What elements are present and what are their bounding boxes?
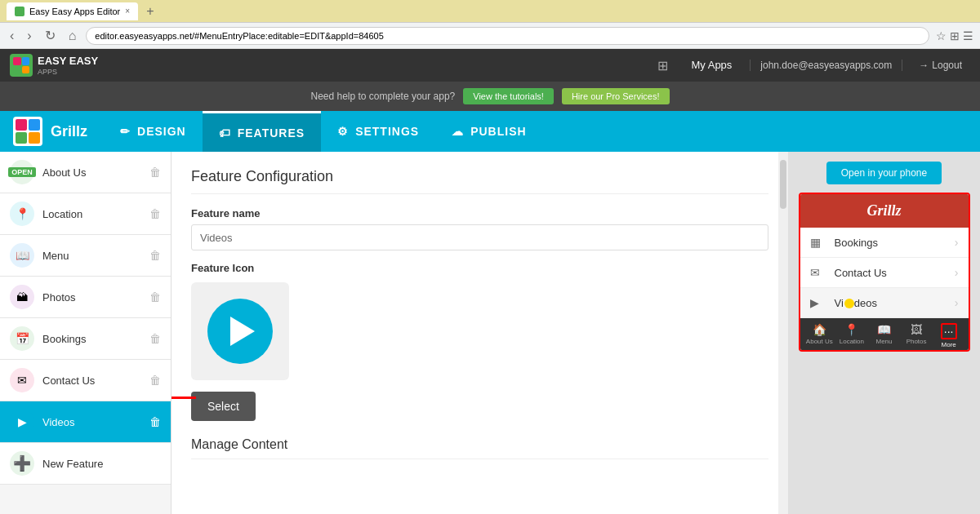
phone-preview: Grillz ▦ Bookings › ✉ Contact Us › ▶ Vid…	[799, 193, 970, 352]
location-icon: 📍	[10, 202, 34, 226]
phone-app-name: Grillz	[808, 202, 960, 219]
tutorials-btn[interactable]: View the tutorials!	[463, 88, 554, 104]
sidebar-item-bookings[interactable]: 📅 Bookings 🗑	[0, 318, 171, 360]
sidebar-delete-menu[interactable]: 🗑	[149, 249, 161, 262]
tab-favicon	[15, 7, 24, 16]
sidebar-item-videos[interactable]: ▶ Videos 🗑	[0, 401, 171, 443]
logo-sub-text: APPS	[38, 68, 98, 76]
sidebar-label-new-feature: New Feature	[42, 458, 161, 470]
open-badge: OPEN	[8, 167, 36, 177]
icon-cell-1	[16, 119, 27, 131]
videos-icon-glyph: ▶	[18, 415, 27, 428]
bottom-bar-about-us[interactable]: 🏠 About Us	[804, 323, 836, 348]
bookings-list-icon: ▦	[810, 236, 826, 249]
phone-menu-item-contact-us[interactable]: ✉ Contact Us ›	[800, 258, 969, 288]
phone-app-header: Grillz	[800, 194, 969, 228]
scrollbar-thumb[interactable]	[780, 160, 786, 209]
sidebar-delete-photos[interactable]: 🗑	[149, 290, 161, 304]
my-apps-btn[interactable]: My Apps	[681, 55, 742, 76]
help-bar: Need help to complete your app? View the…	[0, 82, 980, 111]
app-name-section: Grillz	[13, 117, 87, 146]
sidebar-item-photos[interactable]: 🏔 Photos 🗑	[0, 277, 171, 318]
sidebar-delete-bookings[interactable]: 🗑	[149, 332, 161, 345]
features-label: FEATURES	[238, 126, 305, 140]
bottom-menu-label: Menu	[875, 338, 892, 345]
sidebar-label-bookings: Bookings	[42, 333, 141, 345]
bottom-bar-menu[interactable]: 📖 Menu	[868, 323, 901, 348]
publish-icon: ☁	[452, 125, 464, 138]
browser-actions: ☆ ⊞ ☰	[936, 29, 973, 42]
feature-name-input[interactable]	[191, 224, 768, 250]
contact-icon-glyph: ✉	[17, 374, 27, 387]
preview-panel: Open in your phone Grillz ▦ Bookings › ✉…	[788, 152, 980, 514]
publish-label: PUBLISH	[470, 125, 526, 138]
pro-services-btn[interactable]: Hire our Pro Services!	[562, 88, 670, 104]
user-email: john.doe@easyeasyapps.com	[750, 60, 902, 71]
tab-design[interactable]: ✏ DESIGN	[104, 111, 203, 152]
icon-cell-2	[29, 119, 40, 131]
more-highlight: ···	[941, 323, 957, 339]
app-logo: EASY EASY APPS	[10, 54, 98, 77]
sidebar-delete-about-us[interactable]: 🗑	[149, 166, 161, 179]
phone-menu-item-bookings[interactable]: ▦ Bookings ›	[800, 228, 969, 258]
reload-btn[interactable]: ↻	[42, 26, 59, 45]
tab-features[interactable]: 🏷 FEATURES	[203, 111, 321, 152]
sidebar-label-menu: Menu	[42, 250, 141, 262]
tab-title: Easy Easy Apps Editor	[29, 7, 120, 16]
sidebar-item-about-us[interactable]: OPEN About Us 🗑	[0, 152, 171, 193]
logout-btn[interactable]: → Logout	[911, 60, 970, 71]
content-area: Feature Configuration Feature name Featu…	[172, 152, 788, 514]
phone-bottom-bar: 🏠 About Us 📍 Location 📖 Menu 🖼 Photos	[800, 318, 969, 350]
sidebar-item-menu[interactable]: 📖 Menu 🗑	[0, 235, 171, 277]
photos-icon: 🏔	[10, 285, 34, 309]
sidebar-item-location[interactable]: 📍 Location 🗑	[0, 193, 171, 235]
bottom-menu-icon: 📖	[877, 323, 891, 336]
bottom-about-label: About Us	[806, 338, 833, 345]
play-icon-circle	[207, 299, 273, 364]
sidebar-delete-contact-us[interactable]: 🗑	[149, 374, 161, 387]
tab-settings[interactable]: ⚙ SETTINGS	[321, 111, 435, 152]
feature-icon-preview	[191, 282, 289, 380]
about-us-icon: OPEN	[10, 160, 34, 184]
extensions-btn[interactable]: ⊞	[950, 29, 960, 42]
back-btn[interactable]: ‹	[7, 27, 17, 45]
address-bar-row: ‹ › ↻ ⌂ ☆ ⊞ ☰	[0, 23, 980, 49]
bottom-bar-more[interactable]: ··· More	[933, 323, 965, 348]
select-icon-btn[interactable]: Select	[191, 392, 256, 421]
grid-icon[interactable]: ⊞	[657, 58, 668, 73]
address-input[interactable]	[86, 27, 929, 45]
bottom-more-label: More	[942, 341, 956, 348]
sidebar-item-contact-us[interactable]: ✉ Contact Us 🗑	[0, 360, 171, 401]
sidebar-label-location: Location	[42, 208, 141, 220]
tab-close-btn[interactable]: ×	[125, 7, 130, 16]
logo-text-block: EASY EASY APPS	[38, 55, 98, 76]
browser-menu-btn[interactable]: ☰	[963, 29, 973, 42]
icon-cell-3	[16, 132, 27, 144]
open-in-phone-btn[interactable]: Open in your phone	[826, 162, 942, 184]
logo-icon	[10, 54, 33, 77]
bottom-bar-location[interactable]: 📍 Location	[835, 323, 868, 348]
sidebar-delete-location[interactable]: 🗑	[149, 207, 161, 220]
forward-btn[interactable]: ›	[24, 27, 34, 45]
sidebar-delete-videos[interactable]: 🗑	[149, 415, 161, 428]
scrollbar-track[interactable]	[778, 152, 788, 514]
manage-content-title: Manage Content	[191, 437, 768, 459]
feature-name-label: Feature name	[191, 207, 768, 219]
design-icon: ✏	[120, 125, 131, 138]
bottom-bar-photos[interactable]: 🖼 Photos	[900, 323, 933, 348]
phone-menu-item-videos[interactable]: ▶ Videos ›	[800, 288, 969, 318]
videos-chevron: ›	[955, 296, 959, 309]
contact-icon: ✉	[10, 368, 34, 392]
sidebar-label-videos: Videos	[42, 416, 141, 428]
browser-tab[interactable]: Easy Easy Apps Editor ×	[7, 2, 138, 20]
sidebar-item-new-feature[interactable]: ➕ New Feature	[0, 443, 171, 485]
help-message: Need help to complete your app?	[310, 91, 455, 102]
sidebar-label-photos: Photos	[42, 291, 141, 304]
main-layout: OPEN About Us 🗑 📍 Location 🗑 📖 Menu 🗑 🏔 …	[0, 152, 980, 514]
tab-publish[interactable]: ☁ PUBLISH	[435, 111, 542, 152]
home-btn[interactable]: ⌂	[65, 27, 80, 45]
feature-icon-label: Feature Icon	[191, 262, 768, 274]
contact-chevron: ›	[955, 266, 959, 279]
new-tab-btn[interactable]: +	[143, 4, 157, 19]
bookmark-btn[interactable]: ☆	[936, 29, 947, 42]
